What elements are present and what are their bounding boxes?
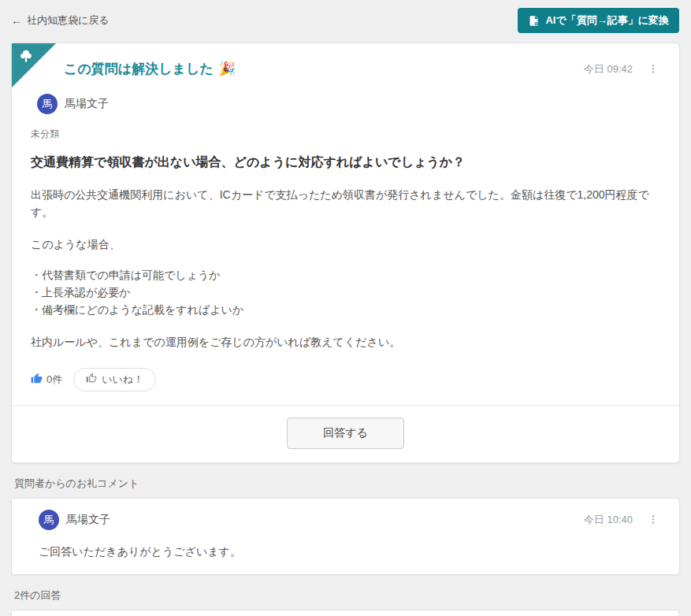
thanks-comment-card: 馬 馬場文子 今日 10:40 ご回答いただきありがとうございます。 <box>11 498 680 576</box>
like-button[interactable]: いいね！ <box>73 368 156 391</box>
answer-card: 伊 伊藤昭 今日 10:39 代替書類も提出できない場合は、精算申請時の備考欄に… <box>11 610 680 616</box>
like-count-label: 0件 <box>46 373 62 387</box>
answers-section-heading: 2件の回答 <box>14 588 680 603</box>
question-timestamp: 今日 09:42 <box>584 62 633 76</box>
answer-button[interactable]: 回答する <box>287 417 404 449</box>
question-bullet: ・代替書類での申請は可能でしょうか <box>31 266 660 284</box>
question-card-footer: 回答する <box>12 405 679 462</box>
question-header: この質問は解決しました 🎉 今日 09:42 <box>12 43 679 78</box>
back-link[interactable]: ← 社内知恵袋に戻る <box>11 13 110 28</box>
question-paragraph: 出張時の公共交通機関利用において、ICカードで支払ったため領収書が発行されません… <box>31 187 660 221</box>
document-convert-icon <box>528 15 540 27</box>
comment-header: 馬 馬場文子 今日 10:40 <box>39 510 660 530</box>
category-label: 未分類 <box>12 114 679 141</box>
thumbs-up-filled-icon <box>31 373 43 387</box>
comment-timestamp: 今日 10:40 <box>584 513 633 527</box>
like-row: 0件 いいね！ <box>31 368 660 391</box>
wisdom-tree-icon <box>17 48 35 69</box>
resolved-ribbon <box>12 43 56 87</box>
back-link-label: 社内知恵袋に戻る <box>27 13 110 28</box>
resolved-banner: この質問は解決しました 🎉 <box>64 60 236 78</box>
party-popper-emoji: 🎉 <box>219 61 236 77</box>
thanks-section-heading: 質問者からのお礼コメント <box>14 477 680 491</box>
question-paragraph: 社内ルールや、これまでの運用例をご存じの方がいれば教えてください。 <box>31 334 660 351</box>
thumbs-up-outline-icon <box>86 373 97 386</box>
question-bullet: ・上長承認が必要か <box>31 284 660 301</box>
comment-text: ご回答いただきありがとうございます。 <box>39 544 660 561</box>
question-bullet-list: ・代替書類での申請は可能でしょうか ・上長承認が必要か ・備考欄にどのような記載… <box>31 266 660 318</box>
avatar: 馬 <box>37 94 58 114</box>
top-bar: ← 社内知恵袋に戻る AIで「質問→記事」に変換 <box>0 0 691 43</box>
resolved-banner-text: この質問は解決しました <box>64 60 214 78</box>
question-card: この質問は解決しました 🎉 今日 09:42 馬 馬場文子 未分類 交通費精算で… <box>11 43 680 463</box>
ai-convert-label: AIで「質問→記事」に変換 <box>545 13 669 28</box>
avatar: 馬 <box>39 510 59 530</box>
question-paragraph: このような場合、 <box>31 236 660 254</box>
question-title: 交通費精算で領収書が出ない場合、どのように対応すればよいでしょうか？ <box>31 154 660 171</box>
ai-convert-button[interactable]: AIで「質問→記事」に変換 <box>518 8 679 33</box>
question-bullet: ・備考欄にどのような記載をすればよいか <box>31 301 660 318</box>
like-count: 0件 <box>31 373 62 387</box>
back-arrow-icon: ← <box>11 14 22 27</box>
like-button-label: いいね！ <box>102 373 143 387</box>
question-author-row: 馬 馬場文子 <box>12 78 679 114</box>
author-name: 馬場文子 <box>66 513 110 527</box>
kebab-menu-icon[interactable] <box>646 61 660 76</box>
kebab-menu-icon[interactable] <box>646 512 660 527</box>
author-name: 馬場文子 <box>65 97 109 111</box>
